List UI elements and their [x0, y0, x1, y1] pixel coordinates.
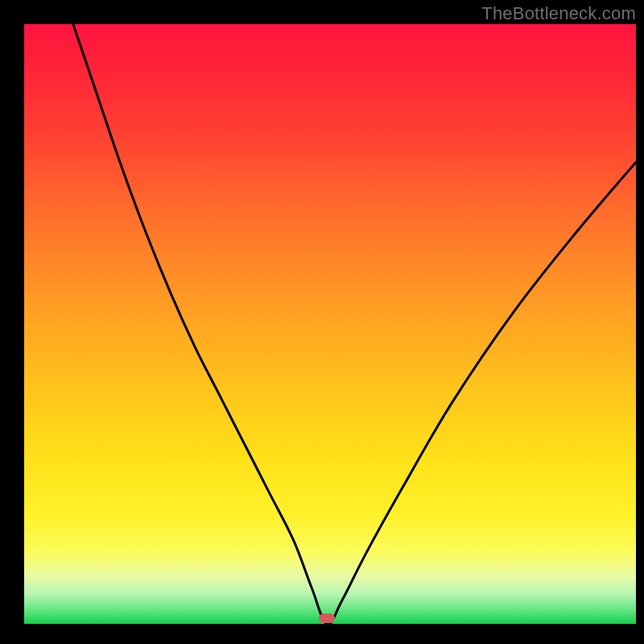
- chart-frame: TheBottleneck.com: [0, 0, 644, 644]
- bottleneck-curve: [24, 24, 636, 624]
- plot-area: [24, 24, 636, 624]
- optimal-marker: [319, 613, 335, 623]
- watermark-text: TheBottleneck.com: [481, 3, 636, 24]
- curve-path: [73, 24, 636, 624]
